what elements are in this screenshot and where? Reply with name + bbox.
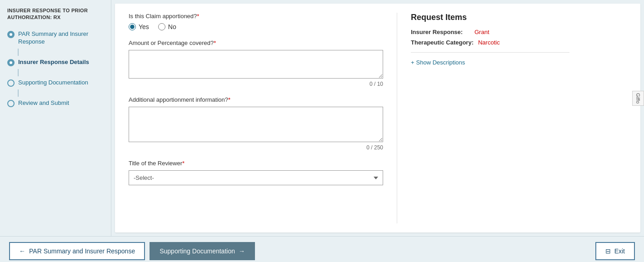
footer: ← PAR Summary and Insurer Response Suppo… (0, 236, 644, 262)
sidebar-title: INSURER RESPONSE TO PRIOR AUTHORIZATION:… (7, 7, 111, 21)
sidebar-icon-review-submit (7, 100, 15, 107)
exit-button[interactable]: ⊟ Exit (595, 242, 635, 260)
sidebar-item-supporting-docs[interactable]: Supporting Documentation (7, 76, 111, 89)
sidebar: INSURER RESPONSE TO PRIOR AUTHORIZATION:… (0, 0, 111, 236)
back-button-label: PAR Summary and Insurer Response (29, 247, 135, 255)
show-descriptions-prefix: + (411, 59, 414, 66)
sidebar-connector-2 (18, 69, 19, 76)
next-button[interactable]: Supporting Documentation → (150, 242, 255, 260)
radio-yes-input[interactable] (129, 23, 136, 30)
amount-percentage-input[interactable] (129, 50, 383, 79)
right-panel: Request Items Insurer Response: Grant Th… (397, 13, 569, 223)
claim-apportioned-group: Is this Claim apportioned?* Yes No (129, 13, 383, 30)
next-arrow-icon: → (239, 247, 245, 255)
therapeutic-category-row: Therapeutic Category: Narcotic (411, 39, 569, 46)
sidebar-item-insurer-response[interactable]: Insurer Response Details (7, 56, 111, 69)
additional-info-input[interactable] (129, 107, 383, 142)
request-items-title: Request Items (411, 13, 569, 22)
amount-percentage-count: 0 / 10 (129, 81, 383, 87)
footer-left: ← PAR Summary and Insurer Response Suppo… (9, 242, 255, 260)
radio-no-option[interactable]: No (158, 23, 176, 30)
radio-no-label: No (168, 23, 176, 30)
sidebar-item-par-summary[interactable]: PAR Summary and Insurer Response (7, 28, 111, 49)
sidebar-item-review-submit[interactable]: Review and Submit (7, 97, 111, 110)
form-section: Is this Claim apportioned?* Yes No Amo (129, 13, 383, 223)
exit-icon: ⊟ (605, 247, 611, 255)
sidebar-icon-insurer-response (7, 59, 15, 66)
sidebar-label-review-submit: Review and Submit (18, 99, 69, 107)
insurer-response-row: Insurer Response: Grant (411, 29, 569, 35)
sidebar-label-insurer-response: Insurer Response Details (18, 59, 89, 66)
claim-apportioned-label: Is this Claim apportioned?* (129, 13, 383, 20)
sidebar-label-supporting-docs: Supporting Documentation (18, 79, 88, 87)
additional-info-count: 0 / 250 (129, 144, 383, 151)
show-descriptions-label: Show Descriptions (416, 59, 465, 66)
claim-apportioned-radio-group: Yes No (129, 23, 383, 30)
reviewer-title-label: Title of the Reviewer* (129, 160, 383, 167)
insurer-response-key: Insurer Response: (411, 29, 470, 35)
radio-no-input[interactable] (158, 23, 165, 30)
giffo-tab[interactable]: Giffo (632, 91, 644, 106)
amount-percentage-group: Amount or Percentage covered?* 0 / 10 (129, 40, 383, 87)
next-button-label: Supporting Documentation (160, 247, 235, 255)
right-panel-divider (411, 52, 569, 53)
sidebar-connector-3 (18, 89, 19, 97)
sidebar-icon-supporting-docs (7, 79, 15, 87)
sidebar-connector-1 (18, 49, 19, 56)
radio-yes-option[interactable]: Yes (129, 23, 149, 30)
radio-yes-label: Yes (139, 23, 149, 30)
sidebar-icon-par-summary (7, 31, 15, 38)
show-descriptions-button[interactable]: + Show Descriptions (411, 59, 465, 66)
sidebar-label-par-summary: PAR Summary and Insurer Response (18, 30, 111, 46)
insurer-response-value: Grant (474, 29, 489, 35)
amount-percentage-label: Amount or Percentage covered?* (129, 40, 383, 46)
additional-info-label: Additional apportionment information?* (129, 96, 383, 103)
main-content: Is this Claim apportioned?* Yes No Amo (115, 4, 640, 232)
reviewer-title-group: Title of the Reviewer* -Select- MD DO PA… (129, 160, 383, 185)
therapeutic-category-key: Therapeutic Category: (411, 39, 474, 46)
exit-button-label: Exit (614, 247, 625, 255)
additional-info-group: Additional apportionment information?* 0… (129, 96, 383, 151)
reviewer-title-select[interactable]: -Select- MD DO PA NP RN PharmD (129, 170, 383, 185)
back-arrow-icon: ← (19, 247, 25, 255)
therapeutic-category-value: Narcotic (478, 39, 500, 46)
back-button[interactable]: ← PAR Summary and Insurer Response (9, 242, 145, 260)
